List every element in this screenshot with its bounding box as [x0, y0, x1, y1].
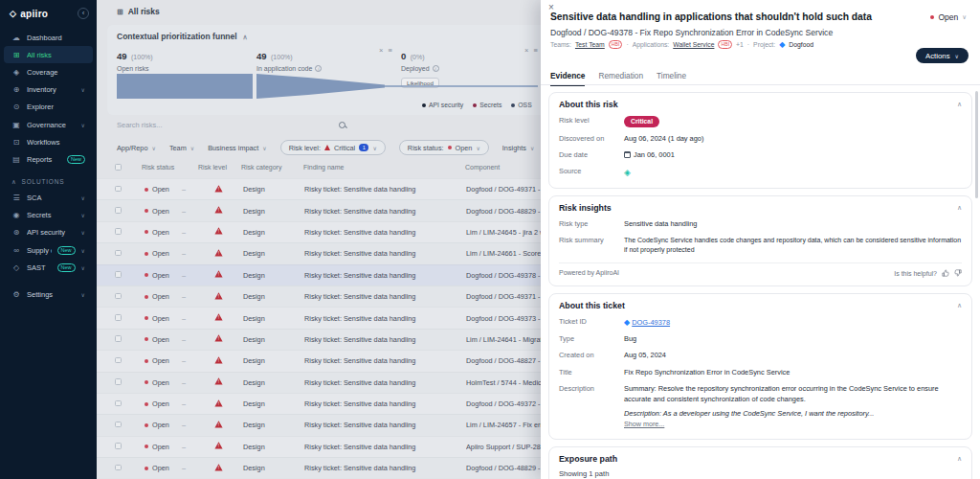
risk-status-cell: Open — [128, 399, 182, 408]
filter-label: App/Repo — [117, 144, 147, 152]
actions-button[interactable]: Actions ∨ — [916, 48, 969, 63]
legend-label: OSS — [518, 102, 531, 108]
stage-menu-icon[interactable]: ≡ — [533, 46, 537, 55]
collapse-section-icon[interactable]: ∧ — [957, 302, 962, 309]
row-checkbox[interactable] — [115, 400, 122, 407]
sidebar-item-secrets[interactable]: ◉Secrets∨ — [4, 207, 93, 224]
ticket-link[interactable]: DOG-49378 — [632, 318, 670, 327]
collapse-funnel-icon[interactable]: ∧ — [243, 34, 248, 40]
open-dot-icon — [145, 295, 148, 299]
insight-placeholder: – — [182, 399, 214, 408]
team-link[interactable]: Test Team — [575, 41, 605, 48]
remove-stage-icon[interactable]: × — [524, 46, 528, 55]
more-apps-badge[interactable]: +1 — [736, 41, 744, 48]
row-checkbox[interactable] — [115, 357, 122, 364]
row-checkbox[interactable] — [115, 186, 122, 193]
risk-category-cell: Design — [243, 314, 304, 323]
chevron-up-icon[interactable]: ∧ — [11, 178, 17, 186]
row-checkbox[interactable] — [115, 271, 122, 278]
new-badge: New — [57, 246, 76, 255]
risk-category-cell: Design — [243, 421, 304, 429]
critical-triangle-icon: ! — [214, 399, 223, 407]
select-all-checkbox[interactable] — [115, 164, 122, 171]
svg-text:!: ! — [218, 316, 219, 321]
svg-text:!: ! — [218, 401, 219, 406]
sidebar-item-label: API security — [27, 228, 76, 237]
about-risk-card: About this risk ∧ Risk level Critical Di… — [548, 92, 972, 189]
sidebar-item-sca[interactable]: ☰SCA∨ — [4, 190, 93, 207]
sidebar-item-all-risks[interactable]: ⊞All risks — [4, 46, 93, 63]
sidebar-item-workflows[interactable]: ⊡Workflows — [4, 133, 93, 150]
thumbs-up-icon[interactable] — [942, 269, 949, 277]
info-icon[interactable]: i — [315, 65, 322, 72]
sidebar-item-supply-chain[interactable]: ∞Supply chainNew∨ — [4, 241, 93, 259]
row-checkbox[interactable] — [115, 443, 122, 449]
sidebar-item-settings[interactable]: ⚙Settings∨ — [4, 285, 93, 303]
filter-insights[interactable]: Insights∨ — [502, 144, 535, 152]
sidebar-item-coverage[interactable]: ◈Coverage — [4, 63, 93, 80]
exposure-path-card: Exposure path ∧ Showing 1 path Also foun… — [548, 446, 972, 479]
status-label: Open — [152, 292, 169, 301]
status-label: Open — [152, 314, 169, 323]
application-link[interactable]: Wallet Service — [673, 41, 714, 48]
risk-title: Sensitive data handling in applications … — [550, 11, 909, 22]
finding-name-cell: Risky ticket: Sensitive data handling — [304, 249, 466, 258]
open-dot-icon — [448, 146, 452, 149]
critical-triangle-icon: ! — [214, 185, 223, 193]
funnel-stage-controls[interactable]: ×≡ — [524, 46, 538, 55]
insight-placeholder: – — [182, 421, 214, 429]
search-input[interactable] — [117, 121, 339, 129]
powered-by-label: Powered by ApiiroAI — [559, 269, 619, 277]
sidebar-item-label: SAST — [27, 263, 52, 272]
open-dot-icon — [145, 209, 148, 213]
show-more-link[interactable]: Show more... — [624, 420, 664, 428]
status-label: Open — [152, 207, 169, 216]
filter-team[interactable]: Team∨ — [169, 144, 194, 152]
sidebar-item-explorer[interactable]: ⊙Explorer — [4, 99, 93, 116]
row-checkbox[interactable] — [115, 207, 122, 214]
legend-dot-icon — [422, 103, 426, 107]
sidebar-item-api-security[interactable]: ⊛API security∨ — [4, 224, 93, 241]
filter-app-repo[interactable]: App/Repo∨ — [117, 144, 156, 152]
sidebar-item-dashboard[interactable]: ☁Dashboard — [4, 29, 93, 46]
sidebar-item-governance[interactable]: ▣Governance∨ — [4, 116, 93, 133]
panel-scrollbar[interactable] — [975, 91, 979, 198]
remove-stage-icon[interactable]: × — [379, 46, 383, 55]
apiiro-source-icon: ◈ — [624, 168, 631, 177]
collapse-section-icon[interactable]: ∧ — [957, 204, 962, 212]
filter-risk-level[interactable]: Risk level:Critical1∨ — [280, 140, 386, 155]
row-checkbox[interactable] — [115, 250, 122, 257]
row-checkbox[interactable] — [115, 293, 122, 300]
funnel-stage-controls[interactable]: ×≡ — [379, 46, 392, 55]
svg-text:!: ! — [218, 230, 219, 235]
chevron-down-icon: ∨ — [530, 145, 534, 151]
row-checkbox[interactable] — [115, 228, 122, 235]
collapse-section-icon[interactable]: ∧ — [957, 101, 962, 108]
chevron-down-icon: ∨ — [81, 212, 85, 218]
new-badge: New — [57, 263, 76, 272]
sidebar-item-sast[interactable]: ◇SASTNew∨ — [4, 259, 93, 276]
apiiro-logo: ◇ apiiro — [10, 9, 48, 19]
panel-scroll-area: About this risk ∧ Risk level Critical Di… — [541, 85, 980, 479]
finding-name-cell: Risky ticket: Sensitive data handling — [304, 314, 466, 323]
stage-menu-icon[interactable]: ≡ — [388, 46, 391, 55]
calendar-icon — [624, 151, 631, 159]
sidebar-item-label: Supply chain — [27, 246, 52, 255]
sidebar-collapse-button[interactable]: ‹ — [78, 8, 89, 19]
filter-risk-status[interactable]: Risk status:Open∨ — [399, 140, 489, 155]
row-checkbox[interactable] — [115, 314, 122, 321]
chevron-down-icon: ∨ — [262, 145, 266, 151]
sidebar-item-inventory[interactable]: ⊕Inventory∨ — [4, 81, 93, 99]
row-checkbox[interactable] — [115, 378, 122, 385]
row-checkbox[interactable] — [115, 335, 122, 342]
info-icon[interactable]: i — [433, 65, 439, 72]
row-checkbox[interactable] — [115, 422, 122, 428]
filter-business-impact[interactable]: Business impact∨ — [208, 144, 267, 152]
collapse-section-icon[interactable]: ∧ — [957, 455, 962, 463]
svg-text:!: ! — [218, 251, 219, 256]
sidebar-item-reports[interactable]: ▤ReportsNew — [4, 150, 93, 168]
row-checkbox[interactable] — [115, 465, 122, 471]
status-label: Open — [152, 271, 169, 280]
status-dropdown[interactable]: Open ∨ — [930, 12, 967, 22]
thumbs-down-icon[interactable] — [954, 269, 962, 277]
